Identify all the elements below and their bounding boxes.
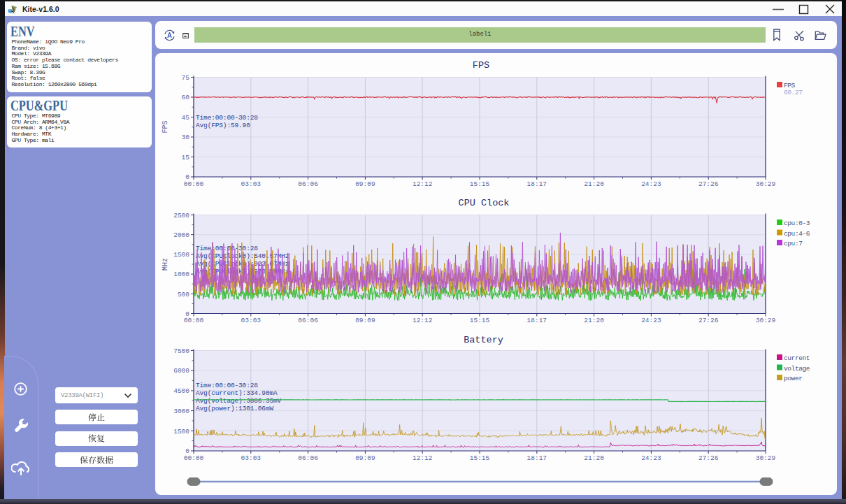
svg-text:1000: 1000 bbox=[173, 271, 189, 278]
svg-text:Time:00:00-30:28: Time:00:00-30:28 bbox=[196, 382, 258, 389]
svg-text:6000: 6000 bbox=[173, 367, 189, 375]
svg-text:15:15: 15:15 bbox=[470, 180, 490, 188]
svg-text:27:26: 27:26 bbox=[698, 317, 719, 324]
svg-text:18:17: 18:17 bbox=[527, 317, 547, 324]
svg-text:15:15: 15:15 bbox=[470, 317, 490, 324]
svg-text:Avg(current):334.90mA: Avg(current):334.90mA bbox=[196, 389, 278, 397]
svg-text:00:00: 00:00 bbox=[184, 454, 204, 462]
svg-text:Avg(voltage):3886.35mV: Avg(voltage):3886.35mV bbox=[196, 397, 282, 405]
svg-text:7500: 7500 bbox=[173, 347, 189, 355]
svg-text:Avg(FPS):59.90: Avg(FPS):59.90 bbox=[196, 122, 250, 129]
svg-text:24:23: 24:23 bbox=[641, 180, 661, 188]
svg-text:4500: 4500 bbox=[173, 387, 189, 395]
svg-text:12:12: 12:12 bbox=[413, 180, 433, 188]
svg-text:1500: 1500 bbox=[173, 251, 189, 259]
svg-text:45: 45 bbox=[182, 114, 190, 122]
svg-text:Battery: Battery bbox=[464, 335, 503, 345]
svg-text:27:26: 27:26 bbox=[698, 454, 719, 462]
svg-text:Time:00:00-30:28: Time:00:00-30:28 bbox=[196, 114, 258, 122]
svg-text:09:09: 09:09 bbox=[355, 454, 375, 462]
svg-text:24:23: 24:23 bbox=[641, 454, 661, 462]
svg-text:21:20: 21:20 bbox=[584, 317, 604, 324]
svg-text:18:17: 18:17 bbox=[527, 454, 547, 462]
svg-text:60: 60 bbox=[182, 94, 190, 101]
svg-text:03:03: 03:03 bbox=[241, 180, 261, 188]
svg-text:03:03: 03:03 bbox=[241, 317, 261, 324]
svg-text:30:29: 30:29 bbox=[756, 317, 776, 324]
svg-text:500: 500 bbox=[178, 291, 189, 298]
svg-text:09:09: 09:09 bbox=[355, 180, 375, 188]
svg-text:3000: 3000 bbox=[173, 408, 189, 415]
svg-text:12:12: 12:12 bbox=[413, 317, 433, 324]
svg-text:FPS: FPS bbox=[162, 120, 169, 133]
svg-text:24:23: 24:23 bbox=[641, 317, 661, 324]
svg-text:2500: 2500 bbox=[173, 212, 189, 219]
svg-text:30:29: 30:29 bbox=[756, 180, 776, 188]
svg-text:06:06: 06:06 bbox=[298, 317, 318, 324]
svg-text:CPU Clock: CPU Clock bbox=[459, 198, 510, 208]
svg-text:18:17: 18:17 bbox=[527, 180, 547, 188]
svg-text:09:09: 09:09 bbox=[355, 317, 375, 324]
svg-text:12:12: 12:12 bbox=[413, 454, 433, 462]
svg-text:cpu:4-6: cpu:4-6 bbox=[784, 230, 810, 238]
svg-text:06:06: 06:06 bbox=[298, 180, 318, 188]
svg-text:Avg(power):1301.06mW: Avg(power):1301.06mW bbox=[196, 405, 273, 412]
svg-text:voltage: voltage bbox=[784, 365, 810, 373]
svg-text:30: 30 bbox=[182, 134, 190, 141]
svg-text:current: current bbox=[784, 354, 810, 362]
svg-text:MHz: MHz bbox=[162, 258, 169, 271]
svg-text:2000: 2000 bbox=[173, 231, 189, 239]
svg-text:15:15: 15:15 bbox=[470, 454, 490, 462]
svg-text:00:00: 00:00 bbox=[184, 317, 204, 324]
svg-text:Time:00:00-30:28: Time:00:00-30:28 bbox=[196, 245, 258, 252]
svg-text:cpu:0-3: cpu:0-3 bbox=[784, 219, 810, 227]
svg-text:30:29: 30:29 bbox=[756, 454, 776, 462]
svg-text:75: 75 bbox=[182, 74, 190, 82]
svg-text:power: power bbox=[784, 375, 803, 382]
svg-text:21:20: 21:20 bbox=[584, 454, 604, 462]
svg-text:15: 15 bbox=[182, 154, 190, 161]
svg-text:03:03: 03:03 bbox=[241, 454, 261, 462]
svg-text:FPS: FPS bbox=[473, 60, 489, 71]
svg-text:27:26: 27:26 bbox=[698, 180, 719, 188]
svg-text:1500: 1500 bbox=[173, 428, 189, 435]
svg-text:60.27: 60.27 bbox=[784, 89, 803, 96]
svg-text:00:00: 00:00 bbox=[184, 180, 204, 188]
svg-text:06:06: 06:06 bbox=[298, 454, 318, 462]
svg-text:cpu:7: cpu:7 bbox=[784, 240, 803, 247]
svg-text:21:20: 21:20 bbox=[584, 180, 604, 188]
